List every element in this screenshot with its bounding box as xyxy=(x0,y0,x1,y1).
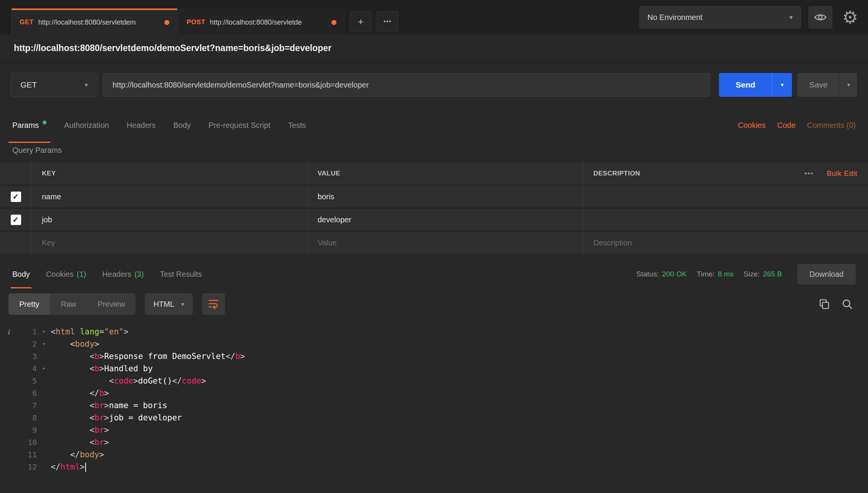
response-tab-cookies[interactable]: Cookies(1) xyxy=(46,260,86,288)
view-mode-raw[interactable]: Raw xyxy=(50,293,87,315)
settings-gear-icon[interactable]: ⚙ xyxy=(842,8,858,26)
link-comments-0[interactable]: Comments (0) xyxy=(807,121,856,130)
view-mode-pretty[interactable]: Pretty xyxy=(8,293,50,315)
param-key-placeholder[interactable]: Key xyxy=(31,232,307,254)
code-token: < xyxy=(89,401,94,410)
link-code[interactable]: Code xyxy=(777,121,795,130)
param-description-cell[interactable] xyxy=(583,185,868,208)
code-token: body xyxy=(80,450,99,459)
code-token: br xyxy=(94,413,104,422)
fold-toggle-icon xyxy=(37,436,51,448)
save-button[interactable]: Save ▾ xyxy=(797,73,857,97)
param-key-cell[interactable]: job xyxy=(31,208,307,231)
tab-method-label: GET xyxy=(20,18,33,26)
code-token xyxy=(51,438,89,447)
link-cookies[interactable]: Cookies xyxy=(738,121,765,130)
param-checkbox[interactable]: ✓ xyxy=(11,192,21,202)
params-table: KEY VALUE DESCRIPTION ••• Bulk Edit ✓nam… xyxy=(0,162,868,254)
code-token: Handled by xyxy=(104,364,152,373)
fold-toggle-icon xyxy=(37,448,51,461)
query-params-heading: Query Params xyxy=(0,143,868,162)
url-builder-row: GET ▾ Send ▾ Save ▾ xyxy=(0,62,868,108)
new-tab-button[interactable]: + xyxy=(350,12,371,31)
url-input[interactable] xyxy=(103,73,710,97)
param-description-cell[interactable] xyxy=(583,208,868,231)
line-number: 7 xyxy=(17,399,37,412)
tab-body[interactable]: Body xyxy=(173,108,191,143)
code-line: 10 <br> xyxy=(0,436,868,448)
language-selector[interactable]: HTML ▾ xyxy=(145,293,192,315)
response-meta: Status:200 OKTime:8 msSize:265 B xyxy=(636,270,792,278)
response-tab-test-results[interactable]: Test Results xyxy=(160,260,202,288)
code-text: <html lang="en"> xyxy=(51,326,128,338)
code-token xyxy=(51,450,70,459)
copy-response-icon[interactable] xyxy=(818,298,830,310)
code-text: <br>name = boris xyxy=(51,399,167,412)
method-label: GET xyxy=(20,80,37,89)
code-token: b xyxy=(235,352,240,361)
param-description-placeholder[interactable]: Description xyxy=(583,232,868,254)
code-token: < xyxy=(89,413,94,422)
view-mode-preview[interactable]: Preview xyxy=(87,293,136,315)
download-button[interactable]: Download xyxy=(797,264,856,285)
code-text: <b>Response from DemoServlet</b> xyxy=(51,350,245,362)
gutter-info-icon xyxy=(0,448,17,461)
params-more-button[interactable]: ••• xyxy=(805,170,814,177)
param-value-cell[interactable]: developer xyxy=(307,208,583,231)
response-body-viewer[interactable]: i1▾<html lang="en">2▾ <body>3 <b>Respons… xyxy=(0,320,868,493)
line-number: 2 xyxy=(17,338,37,350)
send-button[interactable]: Send ▾ xyxy=(719,73,792,97)
param-checkbox-cell: ✓ xyxy=(0,185,31,208)
environment-quick-look-button[interactable] xyxy=(808,6,832,28)
code-token: html xyxy=(56,327,75,336)
param-key-cell[interactable]: name xyxy=(31,185,307,208)
tab-tests[interactable]: Tests xyxy=(288,108,306,143)
fold-toggle-icon xyxy=(37,412,51,424)
params-header-value: VALUE xyxy=(307,162,583,185)
tab-label: Authorization xyxy=(64,121,109,130)
tab-label: Headers xyxy=(127,121,156,130)
send-options-chevron-icon[interactable]: ▾ xyxy=(772,73,792,97)
code-line: 8 <br>job = developer xyxy=(0,412,868,424)
chevron-down-icon: ▾ xyxy=(181,301,184,308)
environment-selector[interactable]: No Environment ▾ xyxy=(639,6,801,28)
tab-authorization[interactable]: Authorization xyxy=(64,108,109,143)
gutter-info-icon xyxy=(0,350,17,362)
wrap-lines-button[interactable] xyxy=(202,293,225,315)
fold-toggle-icon[interactable]: ▾ xyxy=(37,338,51,350)
fold-toggle-icon[interactable]: ▾ xyxy=(37,326,51,338)
response-tab-label: Body xyxy=(12,270,30,279)
param-value-placeholder[interactable]: Value xyxy=(307,232,583,254)
eye-icon xyxy=(814,13,827,22)
response-tab-body[interactable]: Body xyxy=(12,260,30,288)
fold-toggle-icon[interactable]: ▾ xyxy=(37,362,51,375)
param-row: ✓jobdeveloper xyxy=(0,208,868,231)
param-checkbox[interactable]: ✓ xyxy=(11,215,21,225)
method-selector[interactable]: GET ▾ xyxy=(11,73,98,97)
window-tab-get[interactable]: GEThttp://localhost:8080/servletdem xyxy=(12,8,177,35)
save-label: Save xyxy=(797,73,840,97)
code-token: "en" xyxy=(104,327,124,336)
response-tab-headers[interactable]: Headers(3) xyxy=(102,260,144,288)
code-line: 12</html> xyxy=(0,461,868,473)
code-token: doGet() xyxy=(138,376,172,385)
tab-params[interactable]: Params xyxy=(12,108,46,143)
window-tab-post[interactable]: POSThttp://localhost:8080/servletde xyxy=(179,8,345,35)
bulk-edit-button[interactable]: Bulk Edit xyxy=(827,169,857,178)
code-token: > xyxy=(201,376,206,385)
gutter-info-icon xyxy=(0,412,17,424)
line-number: 3 xyxy=(17,350,37,362)
param-value-cell[interactable]: boris xyxy=(307,185,583,208)
param-row: ✓nameboris xyxy=(0,185,868,208)
code-token xyxy=(51,339,70,349)
tab-pre-request-script[interactable]: Pre-request Script xyxy=(209,108,270,143)
tab-headers[interactable]: Headers xyxy=(127,108,156,143)
line-number: 9 xyxy=(17,424,37,436)
tab-url-label: http://localhost:8080/servletde xyxy=(210,18,327,26)
search-response-icon[interactable] xyxy=(841,298,853,310)
code-line: 5 <code>doGet()</code> xyxy=(0,375,868,387)
save-options-chevron-icon[interactable]: ▾ xyxy=(840,73,857,97)
more-tabs-button[interactable]: ••• xyxy=(377,12,398,31)
code-token: > xyxy=(133,376,138,385)
meta-label-time: Time: xyxy=(697,270,715,278)
